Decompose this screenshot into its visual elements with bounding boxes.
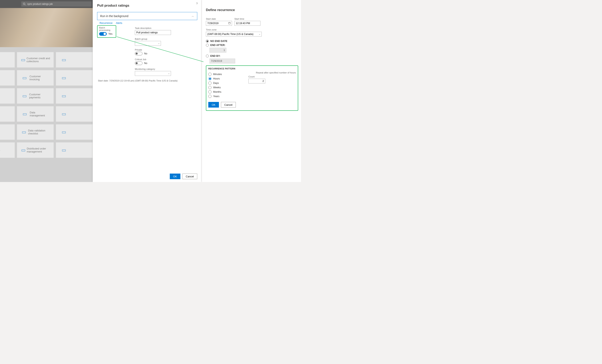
unit-label: Years: [213, 95, 220, 98]
unit-label: Days: [213, 82, 219, 85]
top-bar: sync product ratings job: [0, 0, 93, 8]
start-date-label: Start date: [206, 18, 232, 20]
global-search-input[interactable]: sync product ratings job: [21, 1, 92, 7]
recurrence-pattern-title: RECURRENCE PATTERN: [208, 67, 296, 70]
tile[interactable]: ▭Customer payments: [17, 88, 54, 104]
svg-line-1: [25, 5, 26, 5]
tile[interactable]: ▭Customer credit and collections: [17, 52, 54, 68]
end-by-date-input: [209, 59, 235, 64]
panel-title: Define recurrence: [206, 8, 297, 12]
count-input[interactable]: [248, 79, 265, 84]
end-after-radio[interactable]: [206, 44, 209, 47]
tile[interactable]: ▭: [56, 88, 93, 104]
recurrence-hint-text: Repeat after specified number of hours: [248, 71, 296, 74]
private-toggle[interactable]: [135, 52, 142, 55]
task-description-input[interactable]: [135, 30, 171, 35]
group-header-label: Run in the background: [100, 14, 129, 18]
timezone-select[interactable]: [206, 32, 262, 36]
svg-rect-2: [228, 22, 231, 24]
start-time-input[interactable]: [234, 21, 260, 26]
tile[interactable]: t planning: [0, 88, 15, 104]
tile[interactable]: ▭Data management: [17, 106, 54, 122]
chevron-up-icon: ︿: [192, 14, 194, 18]
alerts-link[interactable]: Alerts: [116, 22, 122, 24]
unit-radio-hours[interactable]: [208, 77, 212, 80]
workspace-tiles: management▭Customer credit and collectio…: [0, 51, 93, 182]
tile[interactable]: ▭: [56, 124, 93, 140]
recurrence-ok-button[interactable]: OK: [208, 102, 219, 107]
recurrence-cancel-button[interactable]: Cancel: [221, 102, 236, 107]
tile[interactable]: ▭Customer invoicing: [17, 70, 54, 86]
monitoring-category-label: Monitoring category: [135, 68, 197, 70]
background-workspace: sync product ratings job management▭Cust…: [0, 0, 93, 182]
unit-label: Weeks: [213, 86, 221, 89]
search-icon: [23, 3, 26, 5]
tile[interactable]: ▭: [56, 52, 93, 68]
no-end-date-label: NO END DATE: [210, 40, 227, 43]
calendar-icon[interactable]: [228, 22, 231, 25]
tile[interactable]: verview - all nies: [0, 142, 15, 158]
task-description-label: Task description: [135, 27, 197, 29]
tile[interactable]: ss processes for: [0, 124, 15, 140]
tile[interactable]: s: [0, 70, 15, 86]
batch-processing-label: Batch processing: [99, 26, 114, 31]
define-recurrence-panel: Define recurrence Start date Start time …: [202, 0, 301, 182]
ok-button[interactable]: OK: [170, 174, 180, 179]
recurrence-pattern-highlight: RECURRENCE PATTERN MinutesHoursDaysWeeks…: [206, 65, 298, 111]
tile[interactable]: management: [0, 52, 15, 68]
hero-banner-image: [0, 8, 93, 47]
cancel-button[interactable]: Cancel: [183, 174, 197, 179]
start-date-info-text: Start date: 7/29/2019 (12:19:43 pm) (GMT…: [98, 79, 197, 82]
unit-radio-years[interactable]: [208, 95, 212, 98]
batch-processing-value: Yes: [108, 32, 112, 35]
critical-job-toggle[interactable]: [135, 61, 142, 65]
critical-job-value: No: [144, 62, 147, 64]
unit-label: Hours: [213, 77, 220, 80]
run-in-background-group-header[interactable]: Run in the background ︿: [97, 12, 197, 20]
panel-title: Pull product ratings: [97, 4, 197, 8]
tile[interactable]: ▭Distributed order management: [17, 142, 54, 158]
help-icon[interactable]: ?: [196, 2, 198, 5]
private-value: No: [144, 52, 147, 55]
end-after-label: END AFTER:: [210, 44, 225, 47]
end-by-label: END BY:: [210, 54, 220, 57]
start-time-label: Start time: [234, 18, 260, 20]
unit-radio-days[interactable]: [208, 81, 212, 85]
unit-label: Minutes: [213, 73, 222, 76]
monitoring-category-select[interactable]: [135, 71, 171, 76]
batch-processing-toggle[interactable]: [99, 32, 107, 36]
unit-label: Months: [213, 90, 221, 93]
tile[interactable]: ▭: [56, 106, 93, 122]
end-after-count-input: [209, 48, 226, 53]
unit-radio-weeks[interactable]: [208, 86, 212, 89]
tile[interactable]: ss processes for resources: [0, 106, 15, 122]
svg-point-0: [23, 3, 25, 5]
count-label: Count: [248, 75, 296, 78]
tile[interactable]: ▭: [56, 142, 93, 158]
timezone-label: Time zone: [206, 29, 297, 31]
search-text: sync product ratings job: [27, 3, 53, 5]
batch-group-label: Batch group: [135, 38, 197, 40]
recurrence-link[interactable]: Recurrence: [99, 22, 113, 24]
end-by-radio[interactable]: [206, 54, 209, 57]
unit-radio-minutes[interactable]: [208, 73, 212, 76]
batch-processing-highlight: Batch processing Yes: [97, 25, 116, 38]
pull-product-ratings-panel: ? Pull product ratings Run in the backgr…: [93, 0, 202, 182]
tile[interactable]: ▭Data validation checklist: [17, 124, 54, 140]
tile[interactable]: ▭: [56, 70, 93, 86]
critical-job-label: Critical Job: [135, 58, 197, 61]
batch-group-select[interactable]: [135, 41, 161, 46]
private-label: Private: [135, 49, 197, 51]
recurrence-unit-radios: MinutesHoursDaysWeeksMonthsYears: [208, 71, 248, 99]
unit-radio-months[interactable]: [208, 90, 212, 94]
no-end-date-radio[interactable]: [206, 40, 209, 43]
